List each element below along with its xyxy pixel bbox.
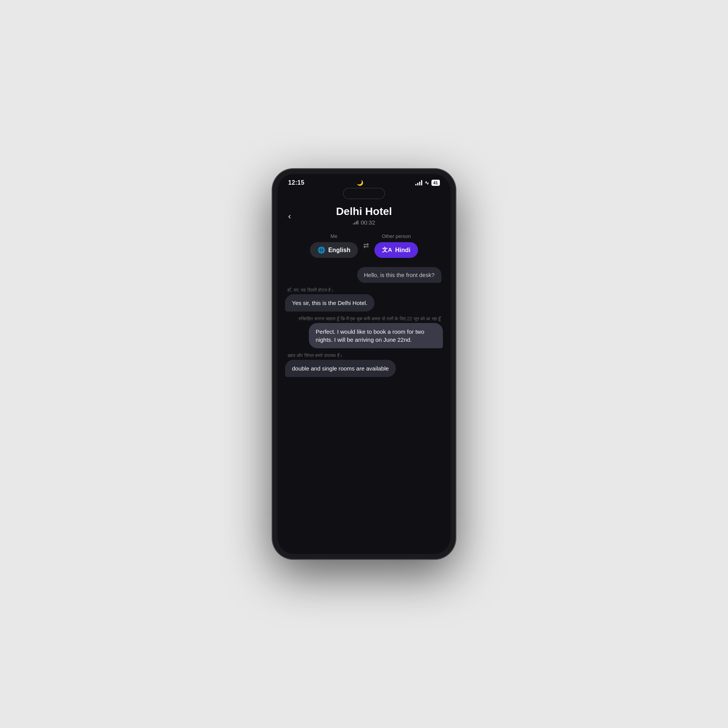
back-button[interactable]: ‹ — [285, 210, 294, 223]
wifi-icon: ∿ — [425, 180, 429, 186]
msg-subtext-3: रुचिरहित बनाना चाहता हूँ कि मैं एक बुक क… — [285, 316, 443, 321]
phone-screen: 12:15 🌙 ∿ 41 ‹ Delhi Hotel 00:32 — [277, 174, 451, 554]
status-bar: 12:15 🌙 ∿ 41 — [277, 174, 451, 188]
msg-subtext-2: हाँ, सर, यह दिल्ली होटल है। — [285, 287, 443, 293]
call-signal-icon — [353, 220, 359, 225]
bubble-hello: Hello, is this the front desk? — [357, 267, 441, 283]
message-group-4: डबल और सिंगल कमरे उपलब्ध हैं। double and… — [285, 353, 443, 377]
status-icons: ∿ 41 — [415, 180, 440, 186]
english-label: English — [328, 247, 351, 254]
bubble-yes-sir: Yes sir, this is the Delhi Hotel. — [285, 294, 374, 312]
msg-subtext-4: डबल और सिंगल कमरे उपलब्ध हैं। — [285, 353, 443, 358]
call-header: ‹ Delhi Hotel 00:32 — [277, 202, 451, 230]
hindi-language-button[interactable]: 文A Hindi — [374, 242, 418, 258]
message-group-3: रुचिरहित बनाना चाहता हूँ कि मैं एक बुक क… — [285, 316, 443, 348]
signal-icon — [415, 180, 422, 185]
globe-icon: 🌐 — [318, 246, 325, 254]
call-title: Delhi Hotel — [287, 205, 441, 218]
swap-languages-icon[interactable]: ⇄ — [363, 241, 369, 250]
bubble-rooms-available: double and single rooms are available — [285, 360, 396, 377]
english-language-button[interactable]: 🌐 English — [310, 242, 358, 258]
chat-area: Hello, is this the front desk? हाँ, सर, … — [277, 264, 451, 554]
message-group-2: हाँ, सर, यह दिल्ली होटल है। Yes sir, thi… — [285, 287, 443, 312]
dynamic-island — [343, 188, 385, 199]
me-label: Me — [331, 233, 338, 239]
me-language-col: Me 🌐 English — [310, 233, 358, 258]
bubble-book-room: Perfect. I would like to book a room for… — [309, 323, 443, 348]
other-language-col: Other person 文A Hindi — [374, 233, 418, 258]
translate-icon: 文A — [382, 246, 392, 254]
hindi-label: Hindi — [395, 247, 410, 254]
other-person-label: Other person — [382, 233, 411, 239]
call-duration: 00:32 — [287, 219, 441, 226]
battery-icon: 41 — [431, 180, 440, 186]
language-selector: Me 🌐 English ⇄ Other person 文A Hindi — [277, 230, 451, 264]
moon-icon: 🌙 — [357, 180, 363, 186]
phone-device: 12:15 🌙 ∿ 41 ‹ Delhi Hotel 00:32 — [272, 169, 456, 559]
status-time: 12:15 — [288, 179, 304, 186]
message-group-1: Hello, is this the front desk? — [285, 267, 443, 283]
